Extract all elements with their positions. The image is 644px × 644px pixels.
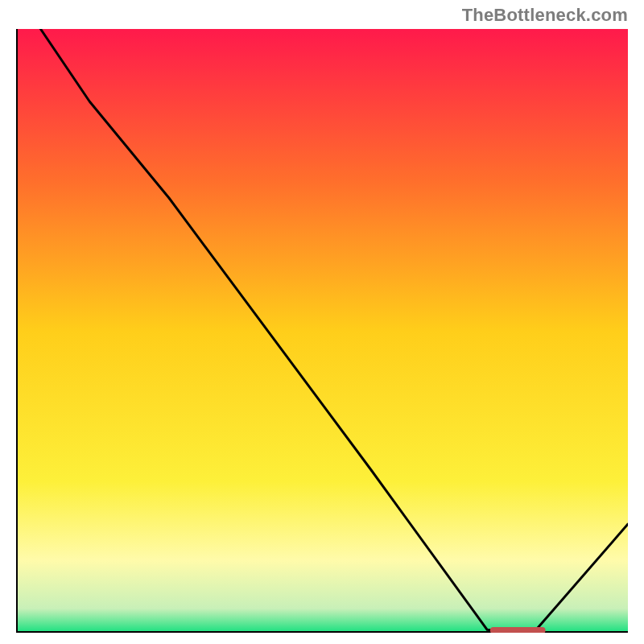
chart-stage: TheBottleneck.com (0, 0, 644, 644)
x-axis-line (16, 631, 628, 633)
gradient-background (16, 29, 628, 633)
y-axis-line (16, 29, 18, 633)
gradient-plot-area (16, 29, 628, 633)
watermark-label: TheBottleneck.com (462, 5, 628, 26)
